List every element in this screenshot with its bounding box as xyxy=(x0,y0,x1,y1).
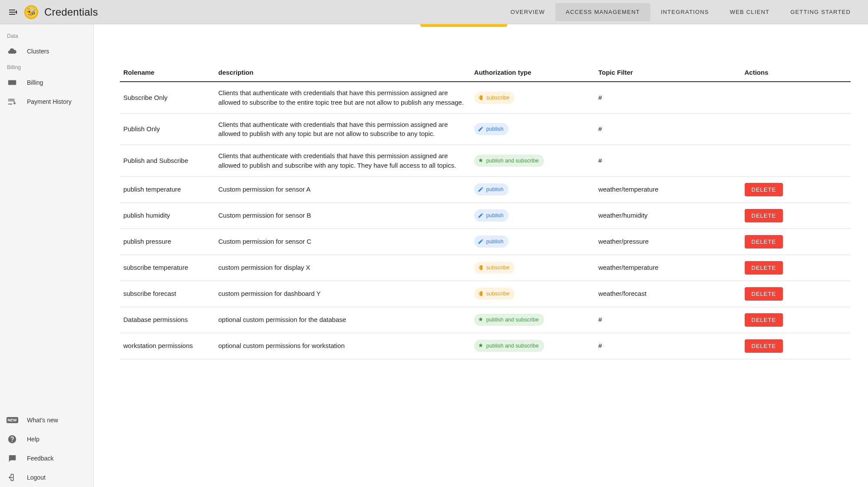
cell-rolename: workstation permissions xyxy=(120,333,215,359)
feedback-icon xyxy=(7,453,17,464)
cell-auth: publish and subscribe xyxy=(471,145,595,177)
cell-description: optional custom permission for the datab… xyxy=(215,307,471,333)
delete-button[interactable]: DELETE xyxy=(745,339,783,353)
cell-rolename: publish humidity xyxy=(120,202,215,229)
cell-auth: subscribe xyxy=(471,255,595,281)
sidebar-item-label: Billing xyxy=(27,79,43,86)
cell-topic: # xyxy=(595,145,741,177)
auth-chip-publish: publish xyxy=(474,183,509,195)
col-header-auth: Authorization type xyxy=(471,63,595,82)
auth-chip-subscribe: subscribe xyxy=(474,92,515,104)
cell-actions: DELETE xyxy=(741,255,851,281)
auth-chip-subscribe: subscribe xyxy=(474,262,515,274)
auth-chip-both: publish and subscribe xyxy=(474,155,544,167)
table-header-row: Rolename description Authorization type … xyxy=(120,63,851,82)
table-row: Database permissionsoptional custom perm… xyxy=(120,307,851,333)
col-header-rolename: Rolename xyxy=(120,63,215,82)
sidebar-item-feedback[interactable]: Feedback xyxy=(0,449,93,468)
cell-actions: DELETE xyxy=(741,281,851,307)
table-row: publish temperatureCustom permission for… xyxy=(120,176,851,202)
sidebar-item-clusters[interactable]: Clusters xyxy=(0,42,93,61)
sidebar: DataClustersBillingBillingPayment Histor… xyxy=(0,24,94,487)
cell-auth: publish and subscribe xyxy=(471,333,595,359)
delete-button[interactable]: DELETE xyxy=(745,235,783,248)
accent-strip xyxy=(420,24,507,27)
auth-chip-publish: publish xyxy=(474,209,509,222)
menu-toggle-button[interactable] xyxy=(7,6,19,18)
cell-topic: # xyxy=(595,113,741,145)
sidebar-item-label: Logout xyxy=(27,474,46,481)
tab-access-management[interactable]: ACCESS MANAGEMENT xyxy=(555,3,650,21)
auth-chip-label: subscribe xyxy=(486,290,510,298)
cell-description: Custom permission for sensor B xyxy=(215,202,471,229)
sidebar-item-label: Feedback xyxy=(27,455,53,462)
sidebar-section-billing: Billing xyxy=(0,61,93,73)
table-row: Publish OnlyClients that authenticate wi… xyxy=(120,113,851,145)
cell-actions: DELETE xyxy=(741,176,851,202)
help-icon xyxy=(7,434,17,444)
delete-button[interactable]: DELETE xyxy=(745,261,783,275)
tab-integrations[interactable]: INTEGRATIONS xyxy=(650,3,719,21)
menu-collapse-icon xyxy=(8,7,18,17)
card-plus-icon xyxy=(7,96,17,107)
col-header-actions: Actions xyxy=(741,63,851,82)
tab-overview[interactable]: OVERVIEW xyxy=(500,3,555,21)
sidebar-item-payment-history[interactable]: Payment History xyxy=(0,92,93,111)
cell-description: custom permission for display X xyxy=(215,255,471,281)
cell-rolename: Publish Only xyxy=(120,113,215,145)
sidebar-item-help[interactable]: Help xyxy=(0,430,93,449)
cell-rolename: subscribe forecast xyxy=(120,281,215,307)
cell-topic: weather/forecast xyxy=(595,281,741,307)
cell-auth: publish xyxy=(471,202,595,229)
cell-rolename: subscribe temperature xyxy=(120,255,215,281)
cell-rolename: publish pressure xyxy=(120,229,215,255)
table-row: Publish and SubscribeClients that authen… xyxy=(120,145,851,177)
card-icon xyxy=(7,77,17,88)
auth-chip-subscribe: subscribe xyxy=(474,288,515,300)
table-row: publish humidityCustom permission for se… xyxy=(120,202,851,229)
table-row: subscribe forecastcustom permission for … xyxy=(120,281,851,307)
delete-button[interactable]: DELETE xyxy=(745,183,783,196)
header-tabs: OVERVIEWACCESS MANAGEMENTINTEGRATIONSWEB… xyxy=(500,0,861,24)
table-row: publish pressureCustom permission for se… xyxy=(120,229,851,255)
cell-actions: DELETE xyxy=(741,229,851,255)
table-row: subscribe temperaturecustom permission f… xyxy=(120,255,851,281)
cell-auth: publish xyxy=(471,176,595,202)
auth-chip-label: publish and subscribe xyxy=(486,342,539,350)
delete-button[interactable]: DELETE xyxy=(745,313,783,327)
cell-description: Clients that authenticate with credentia… xyxy=(215,145,471,177)
cell-topic: weather/pressure xyxy=(595,229,741,255)
cell-auth: subscribe xyxy=(471,281,595,307)
auth-chip-label: publish and subscribe xyxy=(486,157,539,165)
cell-description: Custom permission for sensor A xyxy=(215,176,471,202)
tab-web-client[interactable]: WEB CLIENT xyxy=(719,3,780,21)
sidebar-item-billing[interactable]: Billing xyxy=(0,73,93,92)
auth-chip-label: publish and subscribe xyxy=(486,316,539,324)
cell-topic: weather/humidity xyxy=(595,202,741,229)
cell-topic: # xyxy=(595,333,741,359)
auth-chip-both: publish and subscribe xyxy=(474,314,544,326)
roles-table: Rolename description Authorization type … xyxy=(120,63,851,359)
cell-auth: publish and subscribe xyxy=(471,307,595,333)
cell-topic: weather/temperature xyxy=(595,176,741,202)
cell-description: Clients that authenticate with credentia… xyxy=(215,82,471,113)
cell-description: Clients that authenticate with credentia… xyxy=(215,113,471,145)
sidebar-item-what-s-new[interactable]: NEWWhat's new xyxy=(0,411,93,430)
col-header-description: description xyxy=(215,63,471,82)
cell-description: Custom permission for sensor C xyxy=(215,229,471,255)
delete-button[interactable]: DELETE xyxy=(745,209,783,222)
cell-rolename: Database permissions xyxy=(120,307,215,333)
cell-auth: publish xyxy=(471,229,595,255)
delete-button[interactable]: DELETE xyxy=(745,287,783,301)
page-title: Credentials xyxy=(44,6,98,18)
tab-getting-started[interactable]: GETTING STARTED xyxy=(780,3,861,21)
main-content: Rolename description Authorization type … xyxy=(94,24,868,487)
auth-chip-label: publish xyxy=(486,238,504,245)
cell-actions xyxy=(741,82,851,113)
cell-actions xyxy=(741,145,851,177)
col-header-topic: Topic Filter xyxy=(595,63,741,82)
cell-rolename: Publish and Subscribe xyxy=(120,145,215,177)
sidebar-item-logout[interactable]: Logout xyxy=(0,468,93,487)
cell-topic: # xyxy=(595,82,741,113)
sidebar-item-label: Payment History xyxy=(27,98,72,105)
